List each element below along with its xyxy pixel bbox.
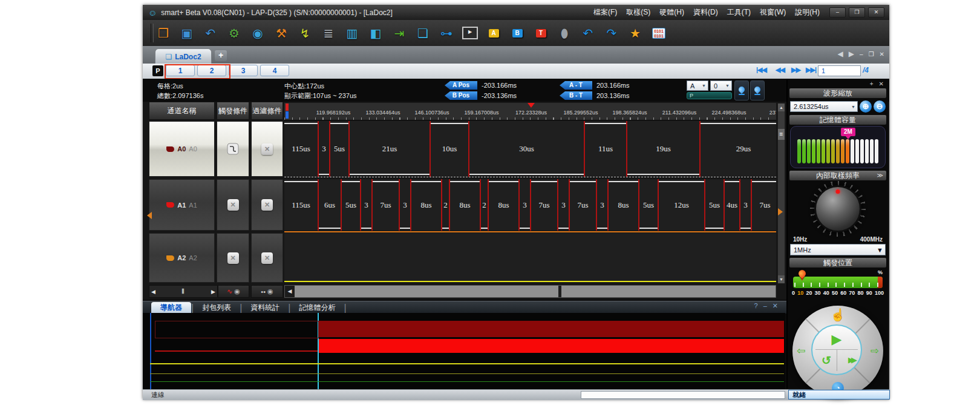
tab-scroll-right-icon[interactable]: ▶ — [849, 50, 854, 58]
p-button[interactable]: P — [152, 65, 163, 76]
a-pos-tag[interactable]: A Pos — [445, 81, 477, 90]
filter-condition-header[interactable]: 過濾條件 — [251, 102, 283, 120]
close-button[interactable]: ✕ — [868, 7, 884, 18]
fast-forward-button[interactable]: ▶▶ — [848, 356, 854, 364]
jump-right-button[interactable]: ⇨ — [871, 346, 879, 356]
pin-icon[interactable]: + — [870, 80, 874, 87]
refresh-button[interactable]: ↺ — [822, 355, 831, 366]
set-marker-button[interactable] — [750, 80, 765, 100]
collapse-left-icon[interactable] — [143, 212, 152, 219]
next-page-button[interactable]: ▶▶ — [791, 66, 800, 74]
connector-icon[interactable]: ⊶ — [438, 25, 455, 42]
waveform-area[interactable]: 119.968192us133.034464us146.100736us159.… — [284, 102, 776, 300]
trigger-condition-cell-a0[interactable] — [217, 121, 249, 177]
menu-item[interactable]: 工具(T) — [727, 7, 751, 18]
dots-tool-button[interactable]: •• ◉ — [251, 285, 283, 298]
filter-condition-cell-a1[interactable]: ✕ — [251, 179, 283, 231]
jump-left-button[interactable]: ⇦ — [797, 346, 805, 356]
sampling-lightning-icon[interactable]: ↯ — [296, 25, 313, 42]
menu-item[interactable]: 資料(D) — [693, 7, 718, 18]
minimize-button[interactable]: – — [829, 7, 846, 18]
trigger-condition-cell-a2[interactable]: ✕ — [217, 233, 249, 283]
menu-item[interactable]: 硬體(H) — [659, 7, 684, 18]
trigger-position-pin[interactable] — [799, 270, 806, 283]
save-icon[interactable]: ▣ — [178, 25, 195, 42]
tools-icon[interactable]: ⚒ — [273, 25, 290, 42]
video-icon[interactable]: ▶ — [462, 25, 479, 42]
zoom-scale-select[interactable]: 2.613254us ▼ — [790, 101, 858, 112]
scroll-up-icon[interactable]: ▲ — [778, 104, 785, 111]
save-back-icon[interactable]: ↶ — [202, 25, 219, 42]
channel-name-cell-a2[interactable]: A2A2 — [149, 233, 215, 283]
restore-button[interactable]: ❐ — [849, 7, 865, 18]
tab-scroll-left-icon[interactable]: ◀ — [838, 50, 843, 58]
flag-a-icon[interactable]: A — [485, 25, 502, 42]
navigator-canvas[interactable] — [143, 313, 785, 389]
filter-condition-cell-a2[interactable]: ✕ — [251, 233, 283, 283]
a-t-tag[interactable]: A - T — [560, 81, 592, 90]
collapse-right-icon[interactable] — [778, 208, 786, 215]
b-t-tag[interactable]: B - T — [560, 91, 592, 100]
tab-封包列表[interactable]: 封包列表 — [194, 302, 240, 314]
trigger-position-slider[interactable]: % — [793, 277, 883, 288]
trigger-condition-header[interactable]: 觸發條件 — [217, 102, 249, 120]
waveform-row-a1[interactable]: 115us6us5us37us38us28us28us37us37us38us5… — [284, 179, 776, 231]
hand-pan-button[interactable]: ☝ — [831, 309, 846, 321]
channel-name-cell-a1[interactable]: A1A1 — [149, 179, 215, 231]
document-tab-ladoc2[interactable]: ❏ LaDoc2 — [155, 48, 212, 64]
channel-names-header[interactable]: 通道名稱 — [149, 102, 215, 120]
zoom-in-button[interactable]: ⊕ — [860, 100, 872, 113]
value-select[interactable]: 0 ▼ — [710, 80, 732, 91]
scroll-grip-icon[interactable]: ≡ — [778, 129, 785, 140]
scroll-left-icon[interactable]: ◀ — [285, 286, 295, 297]
marker-select[interactable]: A ▼ — [687, 80, 708, 91]
channel-name-cell-a0[interactable]: A0A0 — [149, 121, 215, 177]
menu-item[interactable]: 取樣(S) — [626, 7, 650, 18]
export-icon[interactable]: ⇥ — [391, 25, 408, 42]
page-button-2[interactable]: 2 — [197, 65, 226, 76]
trigger-condition-cell-a1[interactable]: ✕ — [217, 179, 249, 231]
waveform-row-a2[interactable]: 786.432ms — [284, 233, 776, 283]
channel-panel-scrollbar[interactable]: ◀ ⦀ ▶ — [149, 285, 218, 298]
last-page-button[interactable]: ▶▶| — [806, 66, 816, 74]
page-button-3[interactable]: 3 — [229, 65, 258, 76]
doc-restore-button[interactable]: ❐ — [869, 51, 874, 58]
ruler[interactable]: 119.968192us133.034464us146.100736us159.… — [284, 103, 776, 120]
zoom-undo-icon[interactable]: ↶ — [580, 25, 596, 42]
panel-close-icon[interactable]: ✕ — [773, 302, 778, 310]
help-icon[interactable]: ? — [754, 302, 758, 310]
prev-page-button[interactable]: ◀◀ — [776, 66, 785, 74]
page-button-1[interactable]: 1 — [166, 65, 195, 76]
tab-navigator[interactable]: 導航器 — [151, 302, 191, 314]
scroll-thumb-edge[interactable] — [558, 286, 561, 297]
doc-minimize-button[interactable]: – — [860, 51, 863, 58]
panel-minimize-icon[interactable]: – — [763, 302, 767, 310]
menu-item[interactable]: 說明(H) — [795, 7, 820, 18]
tab-資料統計[interactable]: 資料統計 — [242, 302, 288, 314]
play-button[interactable]: ▶ — [832, 333, 842, 346]
doc-close-button[interactable]: ✕ — [880, 51, 884, 58]
save-settings-icon[interactable]: ⚙ — [226, 25, 243, 42]
frequency-knob[interactable] — [788, 182, 888, 236]
page-button-4[interactable]: 4 — [260, 65, 289, 76]
page-number-field[interactable]: 1 — [818, 65, 861, 76]
favorite-star-icon[interactable]: ★ — [627, 25, 644, 42]
scroll-right-icon[interactable]: ▶ — [211, 289, 215, 295]
expand-icon[interactable]: ≫ — [877, 171, 883, 180]
open-file-icon[interactable]: ❒ — [155, 25, 172, 42]
knob-dial[interactable] — [814, 185, 861, 232]
waveform-tool-button[interactable]: ∿ ◉ — [218, 285, 249, 298]
binary-view-icon[interactable]: 0101 0101 — [650, 25, 667, 42]
menu-item[interactable]: 視窗(W) — [760, 7, 786, 18]
window-layout-icon[interactable]: ◧ — [367, 25, 384, 42]
waveform-row-a0[interactable]: 115us35us21us10us30us11us19us29us — [284, 121, 776, 177]
memory-database-icon[interactable]: ≣ — [320, 25, 337, 42]
memory-size-tag[interactable]: 2M — [841, 128, 855, 136]
new-tab-button[interactable]: + — [215, 50, 227, 61]
memory-meter[interactable]: 2M — [790, 126, 886, 168]
flag-t-icon[interactable]: T — [532, 25, 549, 42]
scroll-grip-icon[interactable]: ⦀ — [181, 288, 185, 295]
flag-b-icon[interactable]: B — [509, 25, 526, 42]
frequency-select[interactable]: 1MHz ▼ — [790, 244, 886, 255]
waveform-h-scrollbar[interactable]: ◀ — [284, 285, 776, 298]
